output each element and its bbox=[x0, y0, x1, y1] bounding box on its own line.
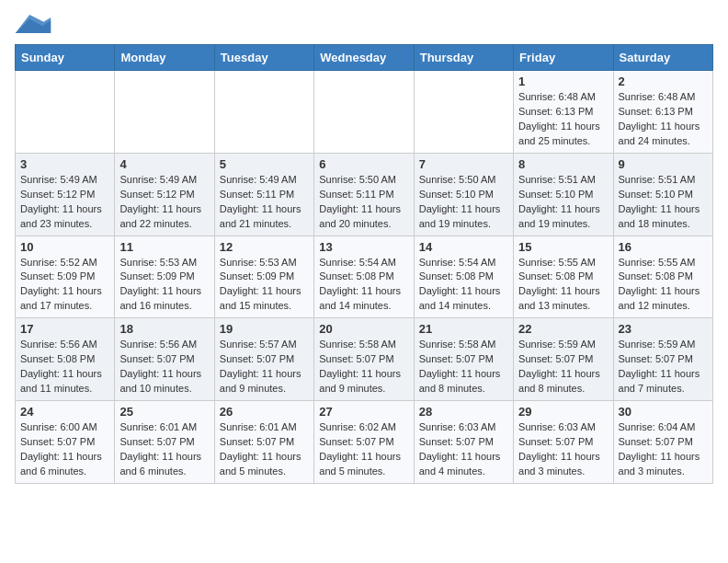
day-number: 23 bbox=[619, 322, 708, 336]
calendar-cell: 25Sunrise: 6:01 AMSunset: 5:07 PMDayligh… bbox=[115, 401, 214, 484]
cell-content: Sunrise: 5:53 AMSunset: 5:09 PMDaylight:… bbox=[119, 256, 209, 315]
calendar-cell: 6Sunrise: 5:50 AMSunset: 5:11 PMDaylight… bbox=[314, 153, 414, 236]
calendar-cell: 21Sunrise: 5:58 AMSunset: 5:07 PMDayligh… bbox=[414, 318, 513, 401]
day-number: 11 bbox=[119, 240, 209, 254]
calendar-cell: 18Sunrise: 5:56 AMSunset: 5:07 PMDayligh… bbox=[115, 318, 214, 401]
day-number: 16 bbox=[619, 240, 708, 254]
day-number: 28 bbox=[419, 405, 508, 419]
weekday-header: Friday bbox=[514, 45, 613, 71]
cell-content: Sunrise: 5:53 AMSunset: 5:09 PMDaylight:… bbox=[220, 256, 309, 315]
weekday-header: Monday bbox=[115, 45, 214, 71]
weekday-header: Thursday bbox=[414, 45, 513, 71]
cell-content: Sunrise: 5:58 AMSunset: 5:07 PMDaylight:… bbox=[319, 338, 408, 396]
calendar-cell bbox=[214, 71, 313, 154]
cell-content: Sunrise: 5:59 AMSunset: 5:07 PMDaylight:… bbox=[518, 338, 608, 396]
day-number: 30 bbox=[619, 405, 708, 419]
day-number: 13 bbox=[319, 240, 408, 254]
cell-content: Sunrise: 5:49 AMSunset: 5:11 PMDaylight:… bbox=[220, 173, 309, 232]
calendar-cell: 3Sunrise: 5:49 AMSunset: 5:12 PMDaylight… bbox=[16, 153, 115, 236]
cell-content: Sunrise: 5:58 AMSunset: 5:07 PMDaylight:… bbox=[419, 338, 508, 396]
calendar-table: SundayMondayTuesdayWednesdayThursdayFrid… bbox=[15, 44, 713, 484]
cell-content: Sunrise: 6:04 AMSunset: 5:07 PMDaylight:… bbox=[619, 420, 708, 479]
day-number: 4 bbox=[119, 157, 209, 171]
cell-content: Sunrise: 5:51 AMSunset: 5:10 PMDaylight:… bbox=[518, 173, 608, 232]
cell-content: Sunrise: 6:48 AMSunset: 6:13 PMDaylight:… bbox=[619, 90, 708, 149]
calendar-week-row: 3Sunrise: 5:49 AMSunset: 5:12 PMDaylight… bbox=[16, 153, 713, 236]
calendar-cell: 20Sunrise: 5:58 AMSunset: 5:07 PMDayligh… bbox=[314, 318, 414, 401]
day-number: 15 bbox=[518, 240, 608, 254]
calendar-cell: 19Sunrise: 5:57 AMSunset: 5:07 PMDayligh… bbox=[214, 318, 313, 401]
cell-content: Sunrise: 5:49 AMSunset: 5:12 PMDaylight:… bbox=[20, 173, 109, 232]
calendar-cell bbox=[314, 71, 414, 154]
cell-content: Sunrise: 5:57 AMSunset: 5:07 PMDaylight:… bbox=[220, 338, 309, 396]
calendar-cell bbox=[16, 71, 115, 154]
cell-content: Sunrise: 6:48 AMSunset: 6:13 PMDaylight:… bbox=[518, 90, 608, 149]
calendar-cell: 16Sunrise: 5:55 AMSunset: 5:08 PMDayligh… bbox=[613, 236, 712, 318]
cell-content: Sunrise: 6:01 AMSunset: 5:07 PMDaylight:… bbox=[220, 420, 309, 479]
calendar-cell: 26Sunrise: 6:01 AMSunset: 5:07 PMDayligh… bbox=[214, 401, 313, 484]
calendar-cell: 12Sunrise: 5:53 AMSunset: 5:09 PMDayligh… bbox=[214, 236, 313, 318]
weekday-header: Saturday bbox=[613, 45, 712, 71]
calendar-cell: 29Sunrise: 6:03 AMSunset: 5:07 PMDayligh… bbox=[514, 401, 613, 484]
calendar-cell: 24Sunrise: 6:00 AMSunset: 5:07 PMDayligh… bbox=[16, 401, 115, 484]
cell-content: Sunrise: 5:50 AMSunset: 5:10 PMDaylight:… bbox=[419, 173, 508, 232]
day-number: 8 bbox=[518, 157, 608, 171]
calendar-cell: 11Sunrise: 5:53 AMSunset: 5:09 PMDayligh… bbox=[115, 236, 214, 318]
day-number: 2 bbox=[619, 75, 708, 88]
calendar-cell: 2Sunrise: 6:48 AMSunset: 6:13 PMDaylight… bbox=[613, 71, 712, 154]
day-number: 21 bbox=[419, 322, 508, 336]
logo-icon bbox=[15, 15, 51, 33]
calendar-cell: 15Sunrise: 5:55 AMSunset: 5:08 PMDayligh… bbox=[514, 236, 613, 318]
calendar-cell: 17Sunrise: 5:56 AMSunset: 5:08 PMDayligh… bbox=[16, 318, 115, 401]
day-number: 14 bbox=[419, 240, 508, 254]
cell-content: Sunrise: 6:03 AMSunset: 5:07 PMDaylight:… bbox=[518, 420, 608, 479]
cell-content: Sunrise: 5:50 AMSunset: 5:11 PMDaylight:… bbox=[319, 173, 408, 232]
weekday-header: Sunday bbox=[16, 45, 115, 71]
cell-content: Sunrise: 5:56 AMSunset: 5:08 PMDaylight:… bbox=[20, 338, 109, 396]
calendar-header-row: SundayMondayTuesdayWednesdayThursdayFrid… bbox=[16, 45, 713, 71]
cell-content: Sunrise: 5:54 AMSunset: 5:08 PMDaylight:… bbox=[419, 256, 508, 315]
cell-content: Sunrise: 5:52 AMSunset: 5:09 PMDaylight:… bbox=[20, 256, 109, 315]
day-number: 12 bbox=[220, 240, 309, 254]
day-number: 1 bbox=[518, 75, 608, 88]
calendar-week-row: 10Sunrise: 5:52 AMSunset: 5:09 PMDayligh… bbox=[16, 236, 713, 318]
calendar-cell: 9Sunrise: 5:51 AMSunset: 5:10 PMDaylight… bbox=[613, 153, 712, 236]
calendar-cell bbox=[115, 71, 214, 154]
day-number: 27 bbox=[319, 405, 408, 419]
logo bbox=[15, 15, 51, 35]
calendar-cell bbox=[414, 71, 513, 154]
day-number: 29 bbox=[518, 405, 608, 419]
calendar-week-row: 1Sunrise: 6:48 AMSunset: 6:13 PMDaylight… bbox=[16, 71, 713, 154]
day-number: 18 bbox=[119, 322, 209, 336]
day-number: 9 bbox=[619, 157, 708, 171]
calendar-week-row: 24Sunrise: 6:00 AMSunset: 5:07 PMDayligh… bbox=[16, 401, 713, 484]
cell-content: Sunrise: 5:51 AMSunset: 5:10 PMDaylight:… bbox=[619, 173, 708, 232]
calendar-cell: 23Sunrise: 5:59 AMSunset: 5:07 PMDayligh… bbox=[613, 318, 712, 401]
cell-content: Sunrise: 6:00 AMSunset: 5:07 PMDaylight:… bbox=[20, 420, 109, 479]
calendar-cell: 14Sunrise: 5:54 AMSunset: 5:08 PMDayligh… bbox=[414, 236, 513, 318]
day-number: 5 bbox=[220, 157, 309, 171]
calendar-cell: 22Sunrise: 5:59 AMSunset: 5:07 PMDayligh… bbox=[514, 318, 613, 401]
day-number: 7 bbox=[419, 157, 508, 171]
day-number: 25 bbox=[119, 405, 209, 419]
calendar-cell: 5Sunrise: 5:49 AMSunset: 5:11 PMDaylight… bbox=[214, 153, 313, 236]
day-number: 19 bbox=[220, 322, 309, 336]
cell-content: Sunrise: 6:02 AMSunset: 5:07 PMDaylight:… bbox=[319, 420, 408, 479]
calendar-cell: 10Sunrise: 5:52 AMSunset: 5:09 PMDayligh… bbox=[16, 236, 115, 318]
calendar-cell: 30Sunrise: 6:04 AMSunset: 5:07 PMDayligh… bbox=[613, 401, 712, 484]
day-number: 24 bbox=[20, 405, 109, 419]
day-number: 10 bbox=[20, 240, 109, 254]
cell-content: Sunrise: 5:49 AMSunset: 5:12 PMDaylight:… bbox=[119, 173, 209, 232]
calendar-cell: 7Sunrise: 5:50 AMSunset: 5:10 PMDaylight… bbox=[414, 153, 513, 236]
calendar-cell: 1Sunrise: 6:48 AMSunset: 6:13 PMDaylight… bbox=[514, 71, 613, 154]
cell-content: Sunrise: 6:01 AMSunset: 5:07 PMDaylight:… bbox=[119, 420, 209, 479]
calendar-cell: 27Sunrise: 6:02 AMSunset: 5:07 PMDayligh… bbox=[314, 401, 414, 484]
cell-content: Sunrise: 6:03 AMSunset: 5:07 PMDaylight:… bbox=[419, 420, 508, 479]
day-number: 20 bbox=[319, 322, 408, 336]
day-number: 3 bbox=[20, 157, 109, 171]
weekday-header: Wednesday bbox=[314, 45, 414, 71]
day-number: 26 bbox=[220, 405, 309, 419]
day-number: 22 bbox=[518, 322, 608, 336]
cell-content: Sunrise: 5:56 AMSunset: 5:07 PMDaylight:… bbox=[119, 338, 209, 396]
page-header bbox=[15, 15, 713, 35]
